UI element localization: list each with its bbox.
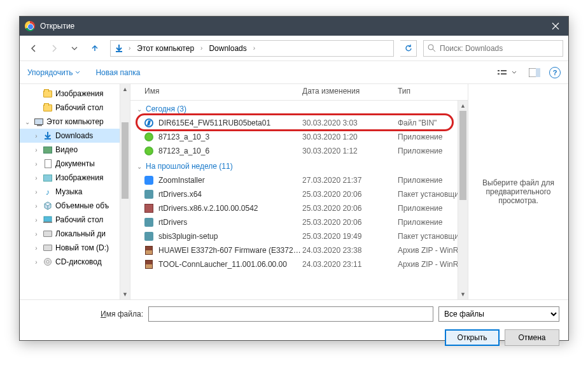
nav-forward-button[interactable]: [45, 39, 63, 57]
app-icon: [143, 117, 155, 129]
tree-label: Изображения: [55, 89, 103, 98]
scroll-up-icon[interactable]: ▲: [458, 101, 468, 111]
breadcrumb-item[interactable]: Этот компьютер: [134, 43, 197, 54]
filename-input[interactable]: [148, 306, 433, 322]
filetype-select[interactable]: Все файлы: [438, 306, 559, 322]
help-button[interactable]: ?: [549, 67, 561, 78]
tree-item[interactable]: ›CD-дисковод: [20, 255, 130, 269]
tree-item[interactable]: Рабочий стол: [20, 101, 130, 115]
window-title: Открытие: [40, 22, 543, 31]
file-row[interactable]: DIR615E4_FW511RUB05beta0130.03.2020 3:03…: [130, 116, 468, 130]
col-name[interactable]: Имя: [130, 84, 296, 100]
tree-item[interactable]: ›Изображения: [20, 171, 130, 185]
preview-pane: Выберите файл для предварительного просм…: [468, 84, 568, 299]
col-date[interactable]: Дата изменения: [296, 84, 391, 100]
file-date: 25.03.2020 20:06: [302, 204, 398, 213]
nav-recent-button[interactable]: [66, 39, 83, 57]
file-name: rtDrivers.x86.v.2.100.00.0542: [158, 204, 302, 213]
expand-icon[interactable]: ›: [32, 189, 40, 196]
view-options-button[interactable]: [494, 66, 520, 80]
tree-item[interactable]: Изображения: [20, 87, 130, 101]
tree-item[interactable]: ›Новый том (D:): [20, 241, 130, 255]
expand-icon[interactable]: ⌄: [24, 118, 31, 125]
file-name: ZoomInstaller: [158, 176, 302, 185]
file-name: HUAWEI E3372h-607 Firmware (E3372h-6...: [158, 246, 302, 255]
rar-icon: [143, 245, 155, 256]
file-row[interactable]: rtDrivers.x86.v.2.100.00.054225.03.2020 …: [130, 201, 468, 215]
search-input[interactable]: [440, 44, 559, 53]
search-icon: [428, 44, 436, 52]
group-header[interactable]: ⌄На прошлой неделе (11): [130, 158, 468, 173]
file-name: TOOL-ConnLaucher_11.001.06.00.00: [158, 260, 302, 269]
file-row[interactable]: rtDrivers.x6425.03.2020 20:06Пакет устан…: [130, 187, 468, 201]
disk-icon: [43, 243, 53, 253]
tree-scrollbar[interactable]: ▲ ▼: [120, 84, 130, 299]
tree-item[interactable]: ›Локальный ди: [20, 227, 130, 241]
expand-icon[interactable]: ›: [32, 217, 40, 224]
tree-label: Рабочий стол: [55, 103, 103, 112]
expand-icon[interactable]: ›: [32, 231, 40, 238]
nav-tree[interactable]: ИзображенияРабочий стол⌄Этот компьютер›D…: [20, 84, 130, 299]
file-list[interactable]: Имя Дата изменения Тип ⌄Сегодня (3)DIR61…: [130, 84, 468, 299]
preview-text: Выберите файл для предварительного просм…: [475, 178, 562, 205]
chevron-down-icon: ⌄: [137, 163, 142, 170]
preview-pane-button[interactable]: [526, 66, 543, 80]
expand-icon[interactable]: ›: [32, 245, 40, 252]
expand-icon[interactable]: ›: [32, 147, 40, 154]
file-row[interactable]: rtDrivers25.03.2020 20:06Приложение: [130, 215, 468, 229]
pc-icon: [34, 117, 44, 127]
tree-item[interactable]: ›Рабочий стол: [20, 213, 130, 227]
tree-label: CD-дисковод: [55, 257, 102, 266]
dialog-footer: Имя файла: Все файлы Открыть Отмена: [20, 299, 568, 354]
file-name: rtDrivers: [158, 218, 302, 227]
gear-icon: [143, 217, 155, 228]
download-icon: [113, 43, 125, 54]
file-row[interactable]: TOOL-ConnLaucher_11.001.06.00.0024.03.20…: [130, 257, 468, 271]
tree-item[interactable]: ›Документы: [20, 157, 130, 171]
new-folder-button[interactable]: Новая папка: [95, 68, 140, 77]
file-row[interactable]: 87123_a_10_630.03.2020 1:12Приложение: [130, 144, 468, 158]
expand-icon[interactable]: ›: [32, 161, 40, 168]
scroll-down-icon[interactable]: ▼: [458, 289, 468, 299]
cancel-button[interactable]: Отмена: [505, 329, 559, 346]
tree-item[interactable]: ›♪Музыка: [20, 185, 130, 199]
expand-icon[interactable]: ›: [32, 259, 40, 266]
breadcrumb-item[interactable]: Downloads: [206, 43, 249, 54]
green-icon: [143, 131, 155, 143]
tree-label: Документы: [55, 159, 95, 168]
organize-menu[interactable]: Упорядочить: [27, 68, 80, 77]
tree-item[interactable]: ›Объемные объ: [20, 199, 130, 213]
tree-item[interactable]: ›Downloads: [20, 129, 130, 143]
tree-item[interactable]: ⌄Этот компьютер: [20, 115, 130, 129]
nav-row: › Этот компьютер › Downloads ›: [20, 36, 568, 61]
scroll-up-icon[interactable]: ▲: [120, 84, 130, 94]
search-box[interactable]: [423, 40, 563, 57]
scroll-thumb[interactable]: [122, 122, 129, 199]
expand-icon[interactable]: ›: [32, 203, 40, 210]
group-header[interactable]: ⌄Сегодня (3): [130, 101, 468, 116]
file-row[interactable]: sbis3plugin-setup25.03.2020 19:49Пакет у…: [130, 229, 468, 243]
file-row[interactable]: ZoomInstaller27.03.2020 21:37Приложение: [130, 173, 468, 187]
open-button[interactable]: Открыть: [445, 329, 500, 346]
tree-item[interactable]: ›Видео: [20, 143, 130, 157]
file-row[interactable]: HUAWEI E3372h-607 Firmware (E3372h-6...2…: [130, 243, 468, 257]
column-headers[interactable]: Имя Дата изменения Тип: [130, 84, 468, 101]
expand-icon[interactable]: ›: [32, 132, 40, 140]
scroll-thumb[interactable]: [459, 111, 466, 200]
refresh-button[interactable]: [400, 40, 417, 57]
close-button[interactable]: [543, 17, 568, 36]
nav-up-button[interactable]: [86, 39, 104, 57]
col-type[interactable]: Тип: [391, 84, 468, 100]
list-scrollbar[interactable]: ▲ ▼: [458, 101, 468, 299]
folder-icon: [43, 103, 53, 113]
file-row[interactable]: 87123_a_10_330.03.2020 1:20Приложение: [130, 130, 468, 144]
chevron-right-icon: ›: [251, 45, 258, 52]
nav-back-button[interactable]: [25, 39, 43, 57]
tree-label: Изображения: [55, 173, 103, 182]
scroll-down-icon[interactable]: ▼: [120, 289, 130, 299]
tree-label: Этот компьютер: [46, 117, 104, 126]
file-date: 30.03.2020 3:03: [302, 118, 398, 127]
breadcrumb[interactable]: › Этот компьютер › Downloads ›: [110, 40, 394, 57]
filename-label: Имя файла:: [29, 310, 143, 318]
expand-icon[interactable]: ›: [32, 175, 40, 182]
